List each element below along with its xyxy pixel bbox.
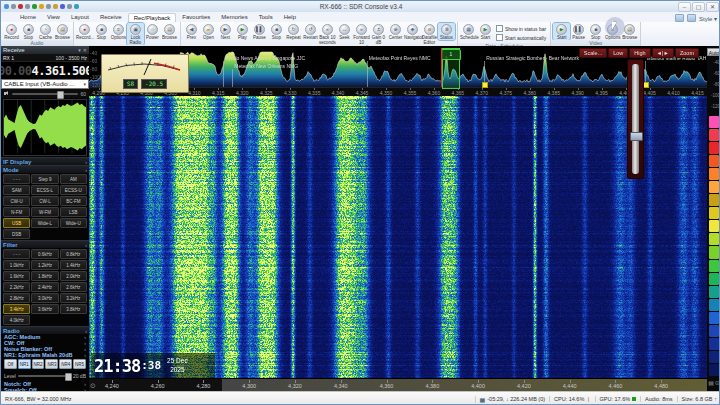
- mode-button-am[interactable]: AM: [60, 174, 87, 184]
- nr-button-nr3[interactable]: NR3: [45, 359, 58, 369]
- close-icon[interactable]: ✕: [83, 47, 87, 53]
- tab-rec-playback[interactable]: Rec/Playback: [128, 13, 177, 22]
- frequency-display[interactable]: 00.004.361.500: [1, 62, 89, 79]
- ribbon-button-stop[interactable]: ■Stop: [268, 23, 285, 40]
- filter-button-3-6khz[interactable]: 3.6kHz: [31, 304, 58, 314]
- tab-tools[interactable]: Tools: [254, 13, 278, 22]
- close-icon[interactable]: [32, 4, 37, 9]
- ribbon-button-play[interactable]: ▶Play: [234, 23, 251, 40]
- style-selector[interactable]: Style ▾: [699, 15, 717, 22]
- ribbon-button-status[interactable]: ≣Status: [438, 23, 455, 40]
- ribbon-button-pause[interactable]: ▌▌Pause: [570, 23, 587, 40]
- filter-button-2-2khz[interactable]: 2.2kHz: [3, 282, 30, 292]
- ribbon-button-datafile-editor[interactable]: ≋Datafile Editor: [421, 23, 438, 45]
- filter-button-[interactable]: - - -: [3, 249, 30, 259]
- volume-slider[interactable]: [12, 93, 78, 95]
- spectrum-button-zoom[interactable]: Zoom: [675, 48, 699, 58]
- ribbon-button-start[interactable]: ▶Start: [477, 23, 494, 40]
- audio-device-select[interactable]: CABLE Input (VB-Audio ... ▾: [1, 79, 89, 89]
- filter-button-4-0khz[interactable]: 4.0kHz: [3, 315, 30, 325]
- filter-button-3-0khz[interactable]: 3.0kHz: [31, 293, 58, 303]
- layout-window-icon[interactable]: [675, 14, 684, 22]
- nr-button-nr4[interactable]: NR4: [59, 359, 72, 369]
- filter-button-2-6khz[interactable]: 2.6kHz: [60, 282, 87, 292]
- filter-button-2-8khz[interactable]: 2.8kHz: [3, 293, 30, 303]
- mode-button-dsb[interactable]: DSB: [3, 229, 30, 239]
- filter-button-0-8khz[interactable]: 0.8kHz: [60, 249, 87, 259]
- waterfall-contrast-slider[interactable]: [627, 59, 644, 179]
- filter-button-3-2khz[interactable]: 3.2kHz: [60, 293, 87, 303]
- ribbon-button-forward-10-seconds[interactable]: »Forward 10 seconds: [353, 23, 370, 46]
- filter-button-3-8khz[interactable]: 3.8kHz: [60, 304, 87, 314]
- maximize-button[interactable]: ▢: [692, 2, 705, 12]
- volume-slider-handle[interactable]: [57, 91, 64, 99]
- nr-button-nr2[interactable]: NR2: [32, 359, 45, 369]
- pin-icon[interactable]: ▾: [78, 47, 81, 53]
- checkbox-start-automatically[interactable]: Start automatically: [496, 34, 546, 41]
- speaker-icon[interactable]: [4, 91, 10, 96]
- ribbon-button-prev[interactable]: ◀Prev: [183, 23, 200, 40]
- ribbon-button-power[interactable]: ○Power: [144, 23, 161, 40]
- save-icon[interactable]: [11, 4, 16, 9]
- tab-favourites[interactable]: Favourites: [177, 13, 215, 22]
- section-if-display[interactable]: IF Display›: [1, 157, 89, 165]
- close-button[interactable]: ✕: [706, 2, 719, 12]
- clock-icon[interactable]: [39, 4, 44, 9]
- layout-grid-icon[interactable]: ▤: [708, 379, 714, 386]
- spectrum-button-[interactable]: ◄|►: [652, 48, 674, 58]
- ribbon-button-stop[interactable]: ■Stop: [93, 23, 110, 40]
- waterfall-frequency-scale[interactable]: ⊙ 4,2404,2604,2804,3004,3204,3404,3604,3…: [89, 378, 707, 392]
- ribbon-button-gain-0-db[interactable]: ±Gain 0 dB: [370, 23, 387, 45]
- ribbon-button-pause[interactable]: ▌▌Pause: [251, 23, 268, 40]
- mode-button-ecss-u[interactable]: ECSS-U: [60, 185, 87, 195]
- ribbon-button-record[interactable]: ●Record...: [76, 23, 93, 40]
- tab-view[interactable]: View: [42, 13, 65, 22]
- ribbon-button-options[interactable]: ≡Options: [110, 23, 127, 40]
- section-radio[interactable]: Radio›: [1, 326, 89, 334]
- layout-window2-icon[interactable]: [687, 14, 696, 22]
- ribbon-button-next[interactable]: ▶Next: [217, 23, 234, 40]
- filter-button-1-4khz[interactable]: 1.4kHz: [60, 260, 87, 270]
- filter-button-2-4khz[interactable]: 2.4kHz: [31, 282, 58, 292]
- tab-home[interactable]: Home: [15, 13, 41, 22]
- mute-icon[interactable]: [25, 4, 30, 9]
- tab-receive[interactable]: Receive: [95, 13, 127, 22]
- section-mode[interactable]: Mode›: [1, 165, 89, 173]
- filter-button-0-6khz[interactable]: 0.6kHz: [31, 249, 58, 259]
- ribbon-button-back-10-seconds[interactable]: «Back 10 seconds: [319, 23, 336, 45]
- ribbon-button-seek[interactable]: ↔Seek: [336, 23, 353, 40]
- checkbox-show-in-status-bar[interactable]: Show in status bar: [496, 25, 546, 32]
- ribbon-button-browse[interactable]: ▤Browse: [161, 23, 178, 40]
- ribbon-button-lock-radio[interactable]: ▣Lock Radio: [127, 23, 144, 45]
- mode-button-[interactable]: - - -: [3, 174, 30, 184]
- ribbon-button-restart[interactable]: ↺Restart: [302, 23, 319, 40]
- level-slider[interactable]: [18, 375, 71, 377]
- app-icon[interactable]: [4, 4, 9, 9]
- settings-gear-icon[interactable]: ⊙: [90, 381, 96, 390]
- ribbon-button-cache[interactable]: ◔Cache: [37, 23, 54, 40]
- mode-button-step-9[interactable]: Step 9: [31, 174, 58, 184]
- minimize-button[interactable]: –: [678, 2, 691, 12]
- nr-button-nr1[interactable]: NR1: [18, 359, 31, 369]
- level-slider-handle[interactable]: [65, 373, 72, 381]
- tab-layout[interactable]: Layout: [66, 13, 94, 22]
- mode-button-bc-fm[interactable]: BC-FM: [60, 196, 87, 206]
- nr-button-off[interactable]: Off: [4, 359, 17, 369]
- mode-button-wide-u[interactable]: Wide-U: [60, 218, 87, 228]
- mode-button-cw-l[interactable]: CW-L: [31, 196, 58, 206]
- ribbon-button-navigator[interactable]: ◈Navigator: [404, 23, 421, 40]
- auto-scale-button[interactable]: Auto: [707, 48, 720, 56]
- ribbon-button-schedule[interactable]: ▦Schedule: [460, 23, 477, 40]
- ribbon-button-open[interactable]: ▰Open: [200, 23, 217, 40]
- mode-button-lsb[interactable]: LSB: [60, 207, 87, 217]
- mode-button-usb[interactable]: USB: [3, 218, 30, 228]
- filter-button-1-2khz[interactable]: 1.2kHz: [31, 260, 58, 270]
- tab-memories[interactable]: Memories: [216, 13, 252, 22]
- filter-button-2-0khz[interactable]: 2.0kHz: [60, 271, 87, 281]
- filter-button-1-0khz[interactable]: 1.0kHz: [3, 260, 30, 270]
- user-icon[interactable]: [67, 4, 72, 9]
- ribbon-button-repeat[interactable]: ↻Repeat: [285, 23, 302, 40]
- filter-button-3-4khz[interactable]: 3.4kHz: [3, 304, 30, 314]
- mode-button-wide-l[interactable]: Wide-L: [31, 218, 58, 228]
- mode-button-ecss-l[interactable]: ECSS-L: [31, 185, 58, 195]
